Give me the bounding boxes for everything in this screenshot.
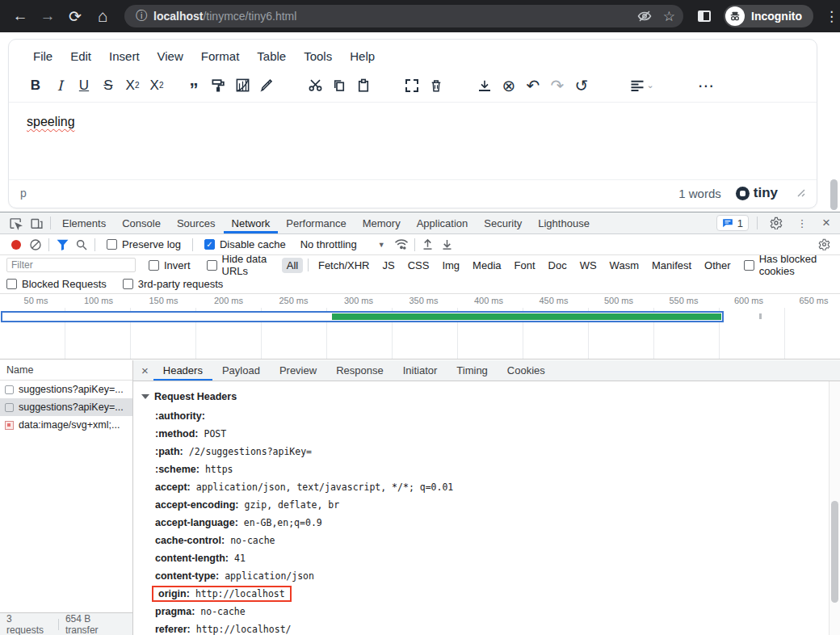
underline-icon[interactable]: U: [72, 73, 96, 99]
filter-type-doc[interactable]: Doc: [544, 258, 572, 273]
cut-icon[interactable]: [303, 73, 327, 99]
filter-icon[interactable]: [52, 236, 72, 254]
issues-badge[interactable]: 1: [716, 215, 749, 231]
strikethrough-icon[interactable]: S: [96, 73, 120, 99]
timeline-selection[interactable]: [1, 311, 724, 322]
tab-performance[interactable]: Performance: [278, 212, 354, 233]
cancel-icon[interactable]: ⊗: [497, 73, 521, 99]
settings-gear-icon[interactable]: [766, 214, 787, 232]
delete-icon[interactable]: [424, 73, 448, 99]
forward-icon[interactable]: →: [34, 4, 61, 28]
chart-icon[interactable]: [230, 73, 254, 99]
detail-scrollbar-thumb[interactable]: [831, 501, 838, 603]
side-panel-icon[interactable]: [698, 11, 711, 22]
menu-format[interactable]: Format: [193, 46, 248, 66]
tab-elements[interactable]: Elements: [54, 212, 114, 233]
clear-icon[interactable]: [26, 236, 45, 254]
detail-tab-response[interactable]: Response: [326, 360, 393, 381]
inspect-icon[interactable]: [5, 214, 26, 232]
hide-data-urls-checkbox[interactable]: Hide data URLs: [207, 253, 272, 277]
preserve-log-checkbox[interactable]: Preserve log: [107, 238, 181, 250]
record-icon[interactable]: [6, 236, 26, 254]
tab-console[interactable]: Console: [114, 212, 169, 233]
reload-icon[interactable]: ⟳: [61, 4, 89, 28]
site-info-icon[interactable]: ⓘ: [136, 9, 147, 23]
has-blocked-cookies-checkbox[interactable]: Has blocked cookies: [744, 253, 825, 277]
filter-type-media[interactable]: Media: [468, 258, 506, 273]
disable-cache-checkbox[interactable]: ✓Disable cache: [204, 238, 286, 250]
menu-view[interactable]: View: [149, 46, 191, 66]
subscript-icon[interactable]: X2: [120, 73, 145, 99]
menu-file[interactable]: File: [25, 46, 61, 66]
request-row-1[interactable]: suggestions?apiKey=...: [0, 381, 132, 398]
incognito-badge[interactable]: Incognito: [724, 5, 813, 27]
filter-type-img[interactable]: Img: [437, 258, 464, 273]
browser-menu-icon[interactable]: ⋮: [825, 8, 838, 25]
network-conditions-icon[interactable]: [392, 236, 411, 254]
resize-handle-icon[interactable]: [797, 189, 805, 197]
filter-type-fetchxhr[interactable]: Fetch/XHR: [313, 258, 375, 273]
restore-draft-icon[interactable]: ↺: [569, 73, 594, 99]
page-scrollbar[interactable]: [830, 179, 838, 210]
devtools-menu-icon[interactable]: ⋮: [792, 214, 813, 232]
italic-icon[interactable]: I: [48, 73, 72, 99]
format-painter-icon[interactable]: [206, 73, 230, 99]
filter-type-manifest[interactable]: Manifest: [647, 258, 696, 273]
back-icon[interactable]: ←: [6, 4, 34, 28]
filter-type-ws[interactable]: WS: [575, 258, 602, 273]
select-all-icon[interactable]: [400, 73, 424, 99]
superscript-icon[interactable]: X2: [145, 73, 169, 99]
redo-icon[interactable]: ↷: [545, 73, 569, 99]
detail-tab-timing[interactable]: Timing: [447, 360, 498, 381]
tiny-logo[interactable]: tiny: [736, 185, 778, 201]
home-icon[interactable]: ⌂: [89, 4, 116, 28]
invert-checkbox[interactable]: Invert: [149, 259, 191, 271]
bold-icon[interactable]: B: [23, 73, 48, 99]
permanent-pen-icon[interactable]: [254, 73, 279, 99]
export-icon[interactable]: [472, 73, 497, 99]
filter-type-css[interactable]: CSS: [403, 258, 435, 273]
copy-icon[interactable]: [327, 73, 351, 99]
tab-application[interactable]: Application: [409, 212, 477, 233]
request-row-3[interactable]: data:image/svg+xml;...: [0, 416, 132, 434]
detail-scrollbar[interactable]: [829, 381, 840, 635]
bookmark-star-icon[interactable]: ☆: [663, 8, 675, 25]
address-bar[interactable]: ⓘ localhost /tinymce/tiny6.html ☆: [124, 5, 683, 27]
menu-table[interactable]: Table: [249, 46, 294, 66]
menu-help[interactable]: Help: [342, 46, 383, 66]
tab-security[interactable]: Security: [476, 212, 530, 233]
throttling-select[interactable]: No throttling ▼: [300, 238, 385, 250]
third-party-requests-checkbox[interactable]: 3rd-party requests: [123, 278, 224, 290]
filter-input[interactable]: [6, 258, 136, 272]
paste-icon[interactable]: [351, 73, 376, 99]
filter-type-wasm[interactable]: Wasm: [605, 258, 644, 273]
device-toolbar-icon[interactable]: [26, 214, 47, 232]
network-settings-icon[interactable]: [814, 236, 834, 254]
devtools-close-icon[interactable]: ×: [817, 215, 835, 231]
blockquote-icon[interactable]: ”: [182, 73, 206, 99]
detail-tab-payload[interactable]: Payload: [212, 360, 270, 381]
detail-tab-headers[interactable]: Headers: [153, 360, 212, 381]
tab-network[interactable]: Network: [224, 212, 279, 233]
filter-type-other[interactable]: Other: [699, 258, 736, 273]
search-icon[interactable]: [72, 236, 91, 254]
detail-close-icon[interactable]: ×: [136, 364, 153, 377]
misspelled-word[interactable]: speeling: [27, 115, 75, 128]
filter-type-js[interactable]: JS: [378, 258, 400, 273]
menu-edit[interactable]: Edit: [62, 46, 99, 66]
detail-tab-preview[interactable]: Preview: [270, 360, 326, 381]
tab-lighthouse[interactable]: Lighthouse: [530, 212, 598, 233]
element-path[interactable]: p: [20, 187, 27, 200]
menu-tools[interactable]: Tools: [296, 46, 340, 66]
detail-tab-initiator[interactable]: Initiator: [393, 360, 447, 381]
network-overview-timeline[interactable]: 50 ms100 ms 150 ms200 ms 250 ms300 ms 35…: [0, 294, 840, 360]
request-headers-section[interactable]: Request Headers: [141, 391, 829, 402]
blocked-requests-checkbox[interactable]: Blocked Requests: [6, 278, 107, 290]
eye-off-icon[interactable]: [637, 9, 652, 23]
filter-type-font[interactable]: Font: [510, 258, 540, 273]
export-har-icon[interactable]: [438, 236, 457, 254]
undo-icon[interactable]: ↶: [521, 73, 545, 99]
editor-content[interactable]: speeling: [9, 103, 817, 179]
tab-sources[interactable]: Sources: [169, 212, 224, 233]
more-options-icon[interactable]: ⋯: [694, 73, 718, 99]
